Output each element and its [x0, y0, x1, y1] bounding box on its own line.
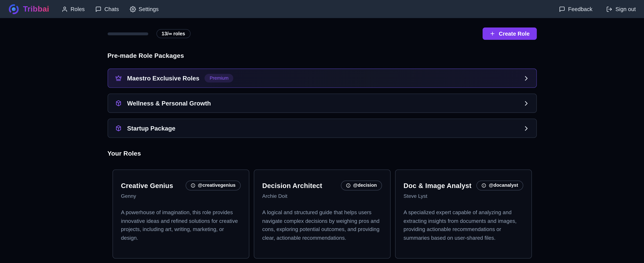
- package-row-wellness[interactable]: Wellness & Personal Growth: [107, 94, 536, 113]
- nav-menu: Roles Chats Settings: [62, 6, 159, 12]
- user-icon: [62, 6, 68, 12]
- gear-icon: [130, 6, 136, 12]
- role-description: A powerhouse of imagination, this role p…: [121, 208, 240, 242]
- crown-icon: [115, 75, 122, 82]
- brand-name: Tribbai: [23, 4, 49, 13]
- app-root: Tribbai Roles Chats Settings: [0, 0, 644, 263]
- nav-item-label: Chats: [104, 6, 119, 12]
- role-title: Creative Genius: [121, 182, 173, 190]
- tribbai-logo-icon: [8, 3, 19, 15]
- package-title: Maestro Exclusive Roles: [127, 75, 200, 82]
- brand-logo[interactable]: Tribbai: [8, 3, 49, 15]
- chat-icon: [96, 6, 102, 12]
- sign-out-label: Sign out: [616, 6, 636, 12]
- chevron-right-icon: [523, 75, 529, 81]
- feedback-button[interactable]: Feedback: [559, 6, 592, 12]
- role-description: A specialized expert capable of analyzin…: [404, 208, 523, 242]
- nav-item-settings[interactable]: Settings: [130, 6, 158, 12]
- chevron-right-icon: [523, 100, 529, 106]
- feedback-label: Feedback: [568, 6, 592, 12]
- chevron-right-icon: [523, 125, 529, 131]
- role-handle: @decision: [353, 183, 377, 188]
- top-nav: Tribbai Roles Chats Settings: [0, 0, 644, 18]
- card-head: Doc & Image Analyst @docanalyst: [404, 181, 523, 190]
- create-role-button[interactable]: Create Role: [483, 27, 537, 40]
- info-icon: [346, 183, 350, 188]
- role-card-decision-architect[interactable]: Decision Architect @decision Archie Doit…: [254, 170, 390, 259]
- packages-section-title: Pre-made Role Packages: [107, 52, 536, 60]
- role-subtitle: Steve Lyst: [404, 193, 523, 199]
- role-title: Doc & Image Analyst: [404, 182, 472, 190]
- role-handle-badge[interactable]: @docanalyst: [476, 181, 523, 190]
- roles-count-badge: 13/∞ roles: [156, 29, 190, 38]
- sign-out-icon: [606, 6, 612, 12]
- create-role-label: Create Role: [499, 30, 530, 37]
- role-title: Decision Architect: [262, 182, 322, 190]
- main-content: 13/∞ roles Create Role Pre-made Role Pac…: [107, 27, 536, 263]
- role-card-creative-genius[interactable]: Creative Genius @creativegenius Genny A …: [112, 170, 249, 259]
- package-title: Wellness & Personal Growth: [127, 100, 211, 107]
- nav-item-label: Settings: [139, 6, 159, 12]
- role-subtitle: Archie Doit: [262, 193, 382, 199]
- role-handle-badge[interactable]: @creativegenius: [186, 181, 240, 190]
- chat-icon: [559, 6, 565, 12]
- card-head: Decision Architect @decision: [262, 181, 382, 190]
- package-row-startup[interactable]: Startup Package: [107, 119, 536, 138]
- role-subtitle: Genny: [121, 193, 240, 199]
- nav-item-roles[interactable]: Roles: [62, 6, 85, 12]
- package-title: Startup Package: [127, 125, 175, 132]
- role-handle: @creativegenius: [198, 183, 236, 188]
- packages-list: Maestro Exclusive Roles Premium Wellness…: [107, 68, 536, 138]
- info-icon: [482, 183, 486, 188]
- roles-grid: Creative Genius @creativegenius Genny A …: [107, 170, 536, 263]
- package-row-maestro[interactable]: Maestro Exclusive Roles Premium: [107, 68, 536, 88]
- nav-item-label: Roles: [70, 6, 85, 12]
- card-head: Creative Genius @creativegenius: [121, 181, 240, 190]
- package-icon: [115, 125, 122, 132]
- nav-item-chats[interactable]: Chats: [96, 6, 119, 12]
- role-card-doc-image-analyst[interactable]: Doc & Image Analyst @docanalyst Steve Ly…: [395, 170, 532, 259]
- your-roles-section-title: Your Roles: [107, 150, 536, 157]
- info-icon: [190, 183, 196, 188]
- nav-right: Feedback Sign out: [559, 6, 636, 12]
- premium-badge: Premium: [205, 74, 234, 82]
- roles-toolbar: 13/∞ roles Create Role: [107, 27, 536, 40]
- package-icon: [115, 100, 122, 107]
- plus-icon: [490, 31, 496, 37]
- sign-out-button[interactable]: Sign out: [606, 6, 636, 12]
- role-handle: @docanalyst: [489, 183, 518, 188]
- role-handle-badge[interactable]: @decision: [341, 181, 382, 190]
- roles-progress-bar: [107, 32, 148, 35]
- role-description: A logical and structured guide that help…: [262, 208, 382, 242]
